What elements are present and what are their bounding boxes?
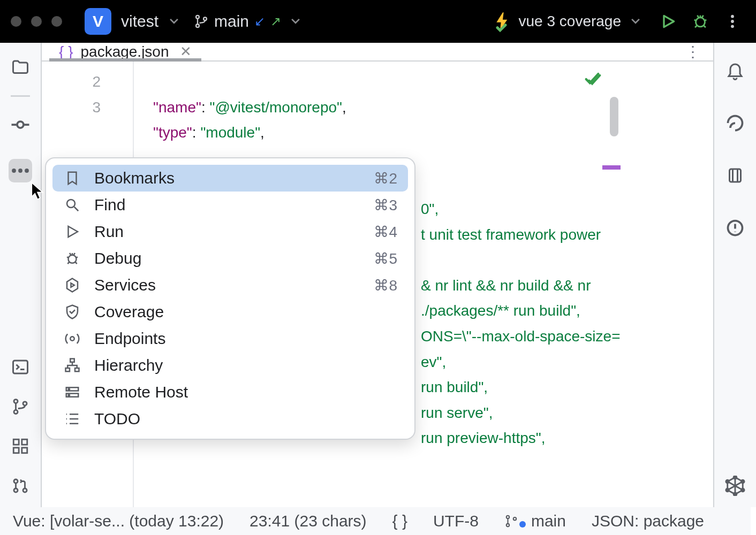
svg-rect-35 [75,368,79,371]
tool-windows-popup: Bookmarks ⌘2 Find ⌘3 Run ⌘4 Debug ⌘5 Ser… [45,157,415,440]
branch-icon [194,14,209,29]
popup-item-find[interactable]: Find ⌘3 [52,192,408,218]
scrollbar-thumb[interactable] [610,97,618,136]
chevron-down-icon[interactable] [630,16,641,27]
chevron-down-icon[interactable] [168,16,180,27]
close-window[interactable] [11,16,21,27]
play-icon [63,223,81,241]
hierarchy-icon [63,356,81,374]
popup-item-remote-host[interactable]: Remote Host [52,379,408,406]
inspection-ok-icon[interactable] [583,70,601,88]
svg-point-2 [203,17,207,20]
line-number: 2 [42,69,101,95]
search-icon [63,196,81,214]
svg-point-21 [23,488,27,492]
svg-point-1 [196,24,199,27]
database-icon[interactable] [723,164,747,187]
svg-point-13 [14,410,18,414]
window-controls[interactable] [11,16,62,27]
chevron-down-icon[interactable] [290,16,301,27]
todo-icon [63,410,81,428]
svg-point-8 [12,169,16,173]
editor-tab-actions-icon[interactable]: ⋮ [685,43,706,60]
scrollbar-marker [602,165,621,170]
remote-icon [63,383,81,401]
git-tool-icon[interactable] [9,395,32,418]
popup-item-label: Coverage [94,303,164,321]
vcs-branch-widget[interactable]: main ↙ ↗ [194,12,309,30]
project-name[interactable]: vitest [121,12,158,30]
svg-point-19 [14,479,18,483]
notifications-icon[interactable] [723,59,747,82]
popup-item-label: Services [94,276,156,294]
svg-point-10 [25,169,29,173]
popup-item-hierarchy[interactable]: Hierarchy [52,352,408,379]
structure-tool-icon[interactable] [9,434,32,458]
left-tool-strip [0,43,42,507]
svg-point-43 [519,521,526,528]
project-tool-icon[interactable] [9,56,32,79]
svg-point-40 [506,516,509,518]
bug-icon [63,249,81,268]
ai-assistant-icon[interactable] [723,111,747,135]
svg-point-14 [23,402,27,406]
file-language[interactable]: JSON: package [592,512,704,530]
close-tab-icon[interactable]: ✕ [180,43,192,60]
svg-point-9 [18,169,22,173]
popup-item-run[interactable]: Run ⌘4 [52,218,408,245]
commit-tool-icon[interactable] [9,113,32,136]
caret-position[interactable]: 23:41 (23 chars) [250,512,366,530]
maximize-window[interactable] [51,16,62,27]
svg-point-38 [69,388,70,390]
svg-point-41 [506,524,509,526]
popup-item-label: Remote Host [94,383,188,401]
status-bar: Vue: [volar-se... (today 13:22) 23:41 (2… [0,507,751,535]
svg-rect-33 [70,359,74,362]
run-button[interactable] [655,9,681,34]
run-config-name: vue 3 coverage [519,13,621,30]
svg-point-26 [741,488,744,492]
svg-point-28 [726,488,729,492]
svg-point-32 [70,337,74,341]
problems-icon[interactable] [723,216,747,240]
vue-status[interactable]: Vue: [volar-se... (today 13:22) [13,512,224,530]
popup-item-endpoints[interactable]: Endpoints [52,325,408,352]
popup-item-services[interactable]: Services ⌘8 [52,272,408,299]
more-tools-icon[interactable] [9,159,32,182]
mouse-cursor [31,182,44,200]
svg-point-7 [17,121,24,128]
hex-play-icon [63,276,81,294]
svg-point-24 [734,476,737,479]
file-encoding[interactable]: UTF-8 [433,512,479,530]
minimize-window[interactable] [31,16,42,27]
run-configuration-selector[interactable]: vue 3 coverage [492,11,649,32]
popup-item-debug[interactable]: Debug ⌘5 [52,245,408,272]
popup-item-shortcut: ⌘3 [374,196,397,214]
svg-point-29 [726,480,729,483]
graphql-icon[interactable] [723,474,747,498]
popup-item-todo[interactable]: TODO [52,406,408,432]
editor-tab[interactable]: { } package.json ✕ [49,43,201,60]
popup-item-label: Endpoints [94,330,165,348]
pull-requests-tool-icon[interactable] [9,474,32,498]
svg-point-25 [741,480,744,483]
popup-item-label: Find [94,196,125,214]
braces-icon[interactable]: { } [392,512,407,530]
popup-item-shortcut: ⌘8 [374,277,397,294]
bolt-check-icon [492,11,513,32]
terminal-tool-icon[interactable] [9,355,32,379]
popup-item-shortcut: ⌘4 [374,223,397,241]
popup-item-label: Debug [94,249,141,268]
more-actions-icon[interactable] [720,9,745,34]
git-branch-status[interactable]: main [504,512,566,530]
popup-item-label: Bookmarks [94,169,175,187]
svg-rect-18 [22,448,27,453]
shield-icon [63,303,81,321]
right-tool-strip [713,43,756,507]
popup-item-bookmarks[interactable]: Bookmarks ⌘2 [52,165,408,192]
popup-item-coverage[interactable]: Coverage [52,299,408,325]
outgoing-icon: ↗ [270,14,281,29]
project-icon: V [85,8,111,35]
debug-button[interactable] [687,9,713,34]
svg-point-42 [513,517,516,520]
